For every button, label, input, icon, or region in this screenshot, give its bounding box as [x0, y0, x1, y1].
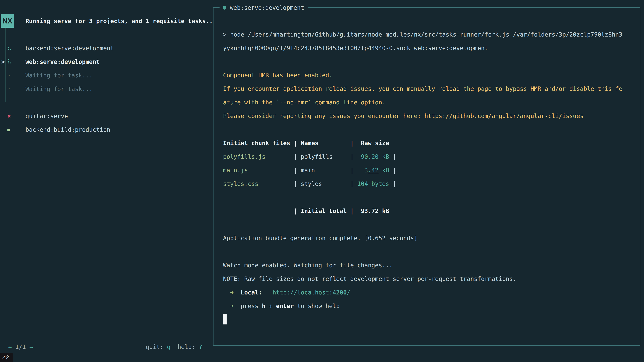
- terminal-line: [223, 191, 636, 204]
- terminal-line: ➜ Local: http://localhost:4200/: [223, 286, 636, 299]
- task-sidebar: NX Running serve for 3 projects, and 1 r…: [0, 0, 213, 362]
- selected-marker-icon: >: [1, 55, 5, 69]
- task-row[interactable]: ×guitar:serve: [0, 109, 213, 123]
- terminal-line: [223, 245, 636, 259]
- spinner-icon: ⠧: [8, 55, 18, 69]
- running-dot-icon: [223, 6, 226, 9]
- terminal-line: ature with the `--no-hmr` command line o…: [223, 96, 636, 109]
- terminal-line: Please consider reporting any issues you…: [223, 109, 636, 123]
- terminal-line: yyknnbtgh0000gn/T/9f4c243785f8453e3f00/f…: [223, 41, 636, 55]
- terminal-pane: web:serve:development > node /Users/mhar…: [213, 7, 640, 346]
- task-row[interactable]: ⠦backend:serve:development: [0, 41, 213, 55]
- waiting-dot-icon: ·: [8, 82, 18, 96]
- terminal-line: If you encounter application reload issu…: [223, 82, 636, 96]
- task-row[interactable]: ·Waiting for task...: [0, 82, 213, 96]
- terminal-line: | Initial total | 93.72 kB: [223, 204, 636, 218]
- overlay-badge: .42: [0, 353, 14, 362]
- terminal-line: [223, 123, 636, 136]
- task-label: Waiting for task...: [26, 69, 92, 82]
- terminal-output[interactable]: > node /Users/mhartington/Github/guitars…: [223, 28, 636, 327]
- task-label: web:serve:development: [26, 55, 100, 69]
- terminal-line: Component HMR has been enabled.: [223, 68, 636, 82]
- task-list: ⠦backend:serve:development>⠧web:serve:de…: [0, 41, 213, 137]
- terminal-line: Initial chunk files | Names | Raw size: [223, 136, 636, 150]
- task-row[interactable]: >⠧web:serve:development: [0, 55, 213, 69]
- terminal-line: ➜ press h + enter to show help: [223, 299, 636, 313]
- nx-logo: NX: [1, 14, 14, 28]
- waiting-dot-icon: ·: [8, 69, 18, 82]
- task-row[interactable]: ■backend:build:production: [0, 123, 213, 137]
- terminal-line: NOTE: Raw file sizes do not reflect deve…: [223, 272, 636, 286]
- keyboard-hints: quit: q help: ?: [146, 340, 202, 354]
- terminal-line: [223, 313, 636, 327]
- task-label: guitar:serve: [26, 109, 68, 123]
- terminal-line: polyfills.js | polyfills | 90.20 kB |: [223, 150, 636, 164]
- terminal-line: Watch mode enabled. Watching for file ch…: [223, 259, 636, 272]
- failed-x-icon: ×: [8, 109, 18, 123]
- terminal-line: > node /Users/mhartington/Github/guitars…: [223, 28, 636, 41]
- success-square-icon: ■: [8, 123, 18, 137]
- sidebar-header: Running serve for 3 projects, and 1 requ…: [26, 14, 213, 28]
- pagination[interactable]: ← 1/1 →: [8, 340, 33, 354]
- spinner-icon: ⠦: [8, 41, 18, 55]
- task-label: backend:serve:development: [26, 41, 114, 55]
- terminal-line: [223, 55, 636, 68]
- task-list-spacer: [0, 96, 213, 109]
- terminal-line: Application bundle generation complete. …: [223, 231, 636, 245]
- terminal-line: [223, 218, 636, 231]
- terminal-line: main.js | main | 3.42 kB |: [223, 164, 636, 177]
- terminal-title-label: web:serve:development: [230, 4, 304, 11]
- task-label: Waiting for task...: [26, 82, 92, 96]
- cursor-block: [223, 314, 226, 325]
- terminal-title: web:serve:development: [220, 3, 308, 13]
- task-row[interactable]: ·Waiting for task...: [0, 69, 213, 82]
- task-label: backend:build:production: [26, 123, 110, 137]
- terminal-line: styles.css | styles | 104 bytes |: [223, 177, 636, 191]
